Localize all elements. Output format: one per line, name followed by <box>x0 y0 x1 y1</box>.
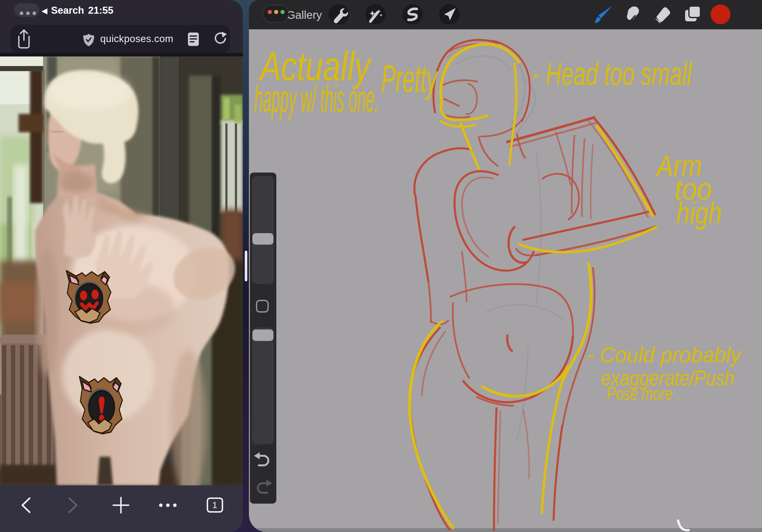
svg-text:Pretty: Pretty <box>381 57 438 100</box>
svg-text:1: 1 <box>212 500 217 510</box>
svg-text:high: high <box>676 196 722 230</box>
svg-text:happy w/ this one.: happy w/ this one. <box>254 78 379 120</box>
svg-text:Pose more .: Pose more . <box>607 383 680 404</box>
svg-text:- Could probably: - Could probably <box>587 343 742 367</box>
svg-text:- Head too small: - Head too small <box>532 56 692 92</box>
